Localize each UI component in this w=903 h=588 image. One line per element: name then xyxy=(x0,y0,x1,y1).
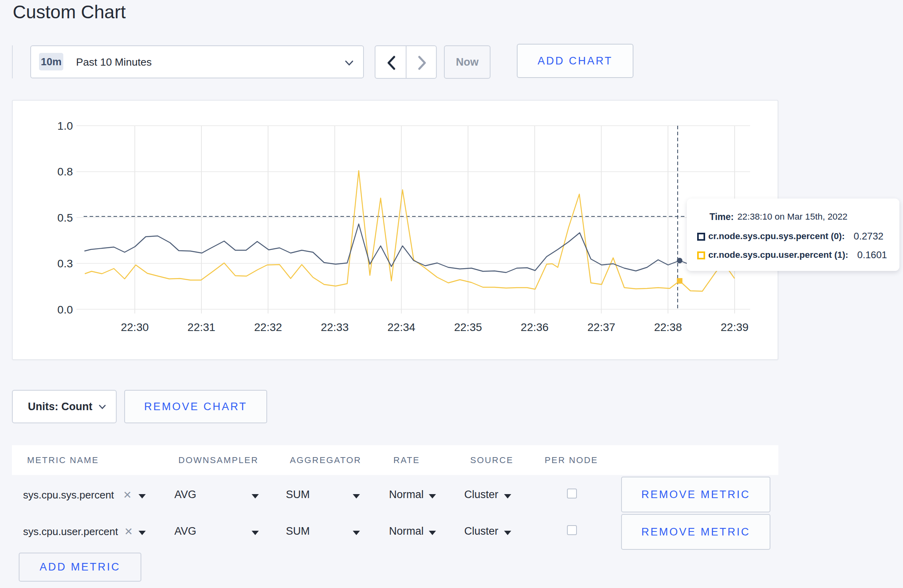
svg-text:22:39: 22:39 xyxy=(721,321,749,333)
svg-text:22:35: 22:35 xyxy=(454,321,482,333)
svg-text:0.5: 0.5 xyxy=(57,212,73,224)
svg-text:0.3: 0.3 xyxy=(57,257,73,270)
svg-text:22:31: 22:31 xyxy=(188,321,215,333)
svg-text:22:33: 22:33 xyxy=(321,321,349,333)
svg-text:1.0: 1.0 xyxy=(57,120,73,132)
svg-text:22:37: 22:37 xyxy=(587,321,615,333)
svg-text:22:32: 22:32 xyxy=(254,321,282,333)
svg-text:22:36: 22:36 xyxy=(521,321,549,333)
svg-text:22:38: 22:38 xyxy=(654,321,682,333)
svg-text:0.8: 0.8 xyxy=(57,165,73,178)
svg-text:0.0: 0.0 xyxy=(57,304,73,316)
svg-text:22:30: 22:30 xyxy=(121,321,149,333)
svg-text:22:34: 22:34 xyxy=(387,321,415,333)
